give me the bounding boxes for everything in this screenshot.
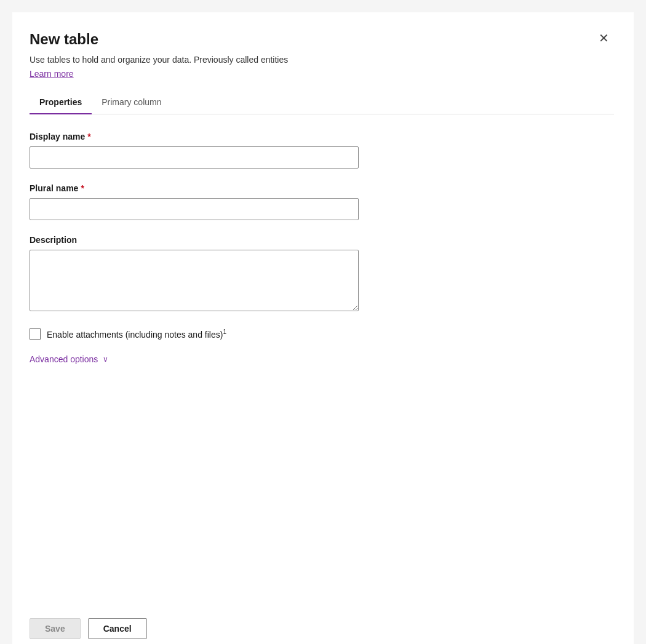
form-section: Display name * Plural name * Description… (30, 132, 614, 492)
plural-name-required-star: * (81, 183, 84, 193)
enable-attachments-row: Enable attachments (including notes and … (30, 328, 614, 340)
plural-name-input[interactable] (30, 198, 359, 220)
plural-name-field-group: Plural name * (30, 183, 614, 220)
chevron-down-icon: ∨ (103, 355, 108, 364)
dialog-title: New table (30, 30, 98, 49)
attachments-superscript: 1 (223, 328, 226, 335)
tab-bar: Properties Primary column (30, 91, 614, 114)
advanced-options-label: Advanced options (30, 354, 98, 364)
dialog-footer: Save Cancel (30, 606, 614, 644)
tab-properties[interactable]: Properties (30, 91, 92, 114)
description-field-group: Description (30, 235, 614, 314)
dialog-subtitle: Use tables to hold and organize your dat… (30, 54, 614, 66)
learn-more-link[interactable]: Learn more (30, 69, 614, 79)
save-button[interactable]: Save (30, 618, 81, 639)
enable-attachments-label: Enable attachments (including notes and … (47, 328, 226, 340)
description-label: Description (30, 235, 614, 245)
display-name-field-group: Display name * (30, 132, 614, 169)
dialog-header: New table ✕ (30, 30, 614, 49)
display-name-label: Display name * (30, 132, 614, 141)
tab-primary-column[interactable]: Primary column (92, 91, 171, 114)
close-button[interactable]: ✕ (594, 30, 614, 47)
plural-name-label: Plural name * (30, 183, 614, 193)
enable-attachments-checkbox[interactable] (30, 328, 41, 340)
description-input[interactable] (30, 250, 359, 311)
cancel-button[interactable]: Cancel (88, 618, 147, 639)
display-name-required-star: * (87, 132, 90, 141)
new-table-dialog: New table ✕ Use tables to hold and organ… (12, 12, 634, 644)
advanced-options-toggle[interactable]: Advanced options ∨ (30, 354, 108, 364)
title-area: New table (30, 30, 98, 49)
display-name-input[interactable] (30, 146, 359, 169)
